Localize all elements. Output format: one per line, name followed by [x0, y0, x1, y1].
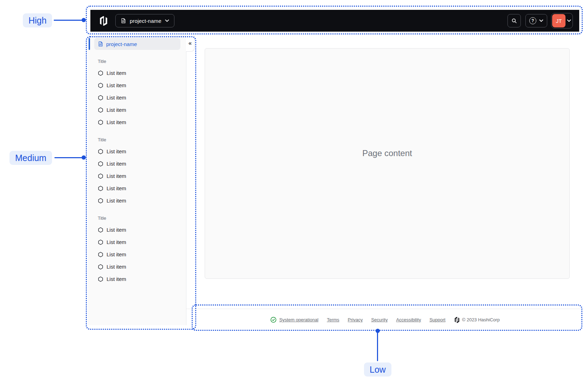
double-chevron-left-icon: «	[188, 40, 192, 47]
sidebar-list-item-label: List item	[107, 119, 126, 125]
annotation-connector-low	[377, 331, 378, 361]
sidebar-list-item-label: List item	[107, 161, 126, 167]
sidebar-list-item-label: List item	[107, 227, 126, 233]
sidebar-list-item[interactable]: List item	[98, 116, 186, 128]
sidebar-list-item-label: List item	[107, 185, 126, 191]
hashicorp-logo-icon[interactable]	[99, 16, 108, 26]
help-menu-button[interactable]: ?	[525, 14, 547, 27]
sidebar-list-item[interactable]: List item	[98, 145, 186, 158]
annotation-connector-high	[54, 20, 83, 21]
sidebar-section: Title List item List item List item List…	[88, 58, 186, 128]
sidebar-list-item[interactable]: List item	[98, 182, 186, 194]
sidebar-list-item-label: List item	[107, 276, 126, 282]
hashicorp-logo-icon	[454, 317, 460, 323]
document-icon	[121, 18, 126, 24]
project-switcher-label: project-name	[130, 18, 161, 24]
annotation-connector-medium	[55, 157, 83, 158]
copyright: © 2023 HashiCorp	[454, 317, 500, 323]
check-circle-icon	[270, 317, 276, 323]
footer-link-terms[interactable]: Terms	[327, 317, 339, 322]
sidebar-list-item[interactable]: List item	[98, 224, 186, 236]
sidebar-section-title: Title	[98, 215, 186, 221]
sidebar-section: Title List item List item List item List…	[88, 136, 186, 207]
system-status-label: System operational	[279, 317, 318, 322]
sidebar-list-item[interactable]: List item	[98, 273, 186, 285]
hexagon-icon	[98, 120, 103, 125]
sidebar-list-item-label: List item	[107, 198, 126, 204]
avatar: JT	[552, 14, 565, 27]
annotation-label-medium: Medium	[9, 151, 52, 165]
copyright-text: © 2023 HashiCorp	[462, 317, 500, 322]
sidebar-list-item[interactable]: List item	[98, 67, 186, 79]
system-status-link[interactable]: System operational	[270, 317, 318, 323]
project-switcher-button[interactable]: project-name	[115, 14, 174, 27]
sidebar-section: Title List item List item List item List…	[88, 215, 186, 285]
annotation-dot-medium	[82, 155, 86, 160]
sidebar-list-item-label: List item	[107, 95, 126, 101]
annotation-dot-high	[82, 18, 86, 22]
annotation-label-low: Low	[364, 362, 391, 377]
sidebar-project-label: project-name	[106, 41, 137, 47]
footer-link-privacy[interactable]: Privacy	[348, 317, 363, 322]
sidebar-project-header[interactable]: project-name	[94, 38, 180, 50]
sidebar-list-item[interactable]: List item	[98, 79, 186, 91]
top-navbar: project-name ? JT	[90, 10, 579, 32]
chevron-down-icon	[539, 19, 543, 22]
sidebar-list-item[interactable]: List item	[98, 91, 186, 104]
sidebar-list-item-label: List item	[107, 70, 126, 76]
search-icon	[511, 18, 517, 24]
sidebar-list-item[interactable]: List item	[98, 248, 186, 261]
sidebar-collapse-button[interactable]: «	[186, 35, 194, 52]
sidebar-list-item-label: List item	[107, 239, 126, 245]
hexagon-icon	[98, 83, 103, 88]
hexagon-icon	[98, 107, 103, 113]
hexagon-icon	[98, 227, 103, 233]
help-icon: ?	[529, 17, 536, 24]
sidebar-section-title: Title	[98, 58, 186, 64]
hexagon-icon	[98, 70, 103, 76]
sidebar-list-item-label: List item	[107, 82, 126, 88]
sidebar-list-item-label: List item	[107, 107, 126, 113]
hexagon-icon	[98, 161, 103, 167]
footer-link-support[interactable]: Support	[429, 317, 446, 322]
sidebar-list-item[interactable]: List item	[98, 261, 186, 273]
sidebar-section-title: Title	[98, 136, 186, 143]
hexagon-icon	[98, 149, 103, 154]
sidebar-list-item[interactable]: List item	[98, 158, 186, 170]
footer-link-accessibility[interactable]: Accessibility	[396, 317, 421, 322]
active-indicator-bar	[89, 38, 90, 50]
sidebar-list-item-label: List item	[107, 173, 126, 179]
page-content-label: Page content	[362, 148, 412, 158]
search-button[interactable]	[507, 14, 521, 27]
hexagon-icon	[98, 95, 103, 101]
hexagon-icon	[98, 173, 103, 179]
footer-link-security[interactable]: Security	[371, 317, 388, 322]
annotation-label-high: High	[23, 13, 52, 27]
hexagon-icon	[98, 239, 103, 245]
sidebar: project-name « Title List item List item…	[88, 35, 186, 325]
sidebar-list-item-label: List item	[107, 251, 126, 257]
sidebar-list-item-label: List item	[107, 264, 126, 270]
sidebar-list-item-label: List item	[107, 148, 126, 154]
hexagon-icon	[98, 186, 103, 191]
hexagon-icon	[98, 276, 103, 282]
sidebar-list-item[interactable]: List item	[98, 170, 186, 182]
chevron-down-icon	[165, 19, 169, 22]
footer: System operational Terms Privacy Securit…	[186, 309, 584, 330]
page-content-placeholder: Page content	[205, 48, 570, 279]
sidebar-list-item[interactable]: List item	[98, 194, 186, 207]
account-menu-button[interactable]: JT	[551, 13, 573, 28]
hexagon-icon	[98, 252, 103, 257]
document-icon	[98, 41, 103, 47]
chevron-down-icon	[567, 19, 571, 22]
hexagon-icon	[98, 198, 103, 204]
hexagon-icon	[98, 264, 103, 270]
sidebar-list-item[interactable]: List item	[98, 104, 186, 116]
sidebar-list-item[interactable]: List item	[98, 236, 186, 248]
